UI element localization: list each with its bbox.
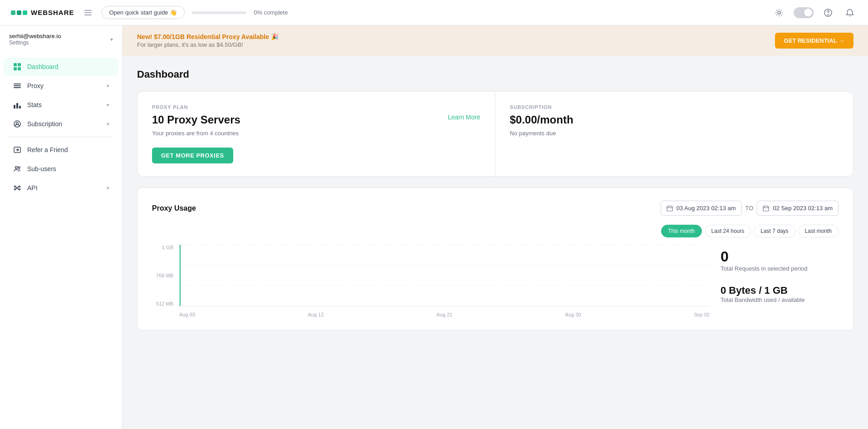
sidebar-item-subscription[interactable]: Subscription ▾ [4,115,118,133]
svg-point-14 [15,189,16,190]
sidebar-item-stats[interactable]: Stats ▾ [4,96,118,114]
dashboard-content: Dashboard PROXY PLAN 10 Proxy Servers Le… [123,56,868,429]
x-label-aug3: Aug 03 [179,312,195,317]
topbar-left: WEBSHARE Open quick start guide 👋 0% com… [11,6,288,19]
sidebar-item-proxy[interactable]: Proxy ▾ [4,77,118,95]
svg-rect-0 [84,10,92,11]
complete-text: 0% complete [254,9,288,16]
logo-dot-2 [17,10,21,15]
usage-title: Proxy Usage [152,204,196,212]
toggle-knob [804,9,812,17]
sidebar-item-api[interactable]: API ▾ [4,179,118,197]
total-requests-stat: 0 Total Requests in selected period [721,248,839,272]
y-axis: 1 GB 768 MB 512 MB [152,245,177,306]
sidebar-item-dashboard[interactable]: Dashboard [4,58,118,76]
y-label-768mb: 768 MB [156,273,173,278]
x-axis: Aug 03 Aug 12 Aug 21 Aug 30 Sep 02 [179,306,710,317]
date-to-picker[interactable]: 02 Sep 2023 02:13 am [757,201,839,216]
filter-tab-last-7d[interactable]: Last 7 days [754,225,795,237]
y-label-1gb: 1 GB [162,245,173,250]
sidebar-item-subusers-label: Sub-users [27,165,109,173]
get-residential-button[interactable]: GET RESIDENTIAL → [775,33,853,49]
refer-icon [13,145,22,154]
api-chevron-icon: ▾ [107,185,109,191]
x-label-sep2: Sep 02 [694,312,710,317]
logo-icon [11,10,27,15]
sidebar-item-stats-label: Stats [27,101,101,108]
svg-point-10 [18,167,20,168]
settings-icon[interactable] [772,5,786,20]
promo-banner: New! $7.00/1GB Residential Proxy Availab… [123,25,868,56]
total-requests-value: 0 [721,248,839,265]
sidebar-item-subusers[interactable]: Sub-users [4,160,118,178]
learn-more-link[interactable]: Learn More [448,113,481,121]
subscription-price: $0.00/month [510,113,839,126]
sidebar-item-refer[interactable]: Refer a Friend [4,141,118,159]
filter-tabs: This month Last 24 hours Last 7 days Las… [661,225,839,237]
subscription-card: SUBSCRIPTION $0.00/month No payments due [495,92,853,176]
banner-text: New! $7.00/1GB Residential Proxy Availab… [137,33,279,48]
sidebar-item-refer-label: Refer a Friend [27,146,109,153]
filter-tab-last-24h[interactable]: Last 24 hours [705,225,751,237]
y-label-512mb: 512 MB [156,301,173,306]
user-info: serhii@webshare.io Settings [9,33,107,46]
svg-rect-1 [84,12,92,13]
user-email: serhii@webshare.io [9,33,107,39]
user-menu-chevron: ▾ [110,36,113,43]
proxy-countries: Your proxies are from 4 countries [152,130,481,137]
date-separator: TO [745,205,754,212]
svg-rect-17 [763,206,769,211]
gridline-mid2 [180,285,710,286]
logo-text: WEBSHARE [31,9,74,16]
sidebar: serhii@webshare.io Settings ▾ Dashboard [0,25,123,429]
svg-rect-16 [667,206,672,211]
total-requests-label: Total Requests in selected period [721,265,839,272]
topbar: WEBSHARE Open quick start guide 👋 0% com… [0,0,868,25]
stats-chevron-icon: ▾ [107,102,109,108]
collapse-sidebar-button[interactable] [82,6,94,19]
chart-stats: 0 Total Requests in selected period 0 By… [721,245,839,317]
chart-area: 1 GB 768 MB 512 MB [152,245,839,317]
proxy-plan-card: PROXY PLAN 10 Proxy Servers Learn More Y… [137,92,495,176]
topbar-right [772,5,857,20]
logo: WEBSHARE [11,9,74,16]
quick-start-button[interactable]: Open quick start guide 👋 [102,6,185,19]
x-label-aug21: Aug 21 [436,312,452,317]
sidebar-item-subscription-label: Subscription [27,120,101,128]
sidebar-item-proxy-label: Proxy [27,82,101,89]
proxy-chevron-icon: ▾ [107,83,109,89]
stats-icon [13,100,22,109]
sidebar-nav: Dashboard Proxy ▾ [0,53,122,202]
svg-point-5 [828,14,829,15]
svg-point-12 [15,186,16,187]
chart-inner [179,245,710,306]
svg-point-9 [15,167,18,169]
filter-tab-this-month[interactable]: This month [661,225,701,237]
chart-left: 1 GB 768 MB 512 MB [152,245,710,317]
notification-icon[interactable] [843,5,857,20]
svg-point-11 [17,187,18,189]
user-menu[interactable]: serhii@webshare.io Settings ▾ [0,25,122,53]
proxy-icon [13,81,22,90]
api-icon [13,183,22,192]
svg-rect-2 [84,15,92,15]
proxy-plan-header: 10 Proxy Servers Learn More [152,113,481,130]
help-icon[interactable] [821,5,835,20]
banner-subtitle: For larger plans, it's as low as $4.50/G… [137,41,279,48]
bandwidth-stat: 0 Bytes / 1 GB Total Bandwidth used / av… [721,277,839,303]
get-more-proxies-button[interactable]: GET MORE PROXIES [152,148,233,163]
filter-tab-last-month[interactable]: Last month [798,225,839,237]
bandwidth-value: 0 Bytes / 1 GB [721,285,839,296]
plan-cards: PROXY PLAN 10 Proxy Servers Learn More Y… [137,91,853,177]
logo-dot-3 [23,10,27,15]
content-area: New! $7.00/1GB Residential Proxy Availab… [123,25,868,429]
user-settings-link: Settings [9,39,107,46]
usage-controls: 03 Aug 2023 02:13 am TO 02 Sep 2023 02:1… [661,201,839,216]
dashboard-icon [13,62,22,71]
sidebar-divider [9,137,113,137]
no-payments: No payments due [510,130,839,137]
date-from-picker[interactable]: 03 Aug 2023 02:13 am [661,201,742,216]
theme-toggle[interactable] [794,7,814,18]
usage-header: Proxy Usage 03 Aug 2023 02:13 am TO 02 S… [152,201,839,216]
sidebar-item-dashboard-label: Dashboard [27,63,109,70]
